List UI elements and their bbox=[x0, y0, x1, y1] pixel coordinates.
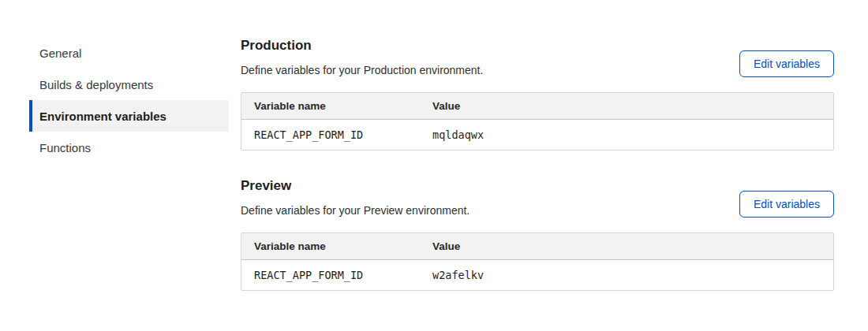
preview-section: Preview Define variables for your Previe… bbox=[241, 178, 834, 292]
settings-sidebar: General Builds & deployments Environment… bbox=[29, 37, 229, 163]
column-header-variable-name: Variable name bbox=[241, 233, 420, 260]
variable-name-cell: REACT_APP_FORM_ID bbox=[241, 120, 420, 150]
variable-value-cell: mqldaqwx bbox=[420, 120, 833, 150]
edit-variables-button-production[interactable]: Edit variables bbox=[739, 50, 834, 77]
column-header-value: Value bbox=[420, 233, 833, 260]
preview-variables-table: Variable name Value REACT_APP_FORM_ID w2… bbox=[241, 232, 834, 291]
sidebar-item-general[interactable]: General bbox=[29, 37, 229, 69]
variable-name-cell: REACT_APP_FORM_ID bbox=[241, 260, 420, 290]
sidebar-item-functions[interactable]: Functions bbox=[29, 132, 229, 163]
variable-value-cell: w2afelkv bbox=[420, 260, 833, 290]
sidebar-item-environment-variables[interactable]: Environment variables bbox=[29, 100, 229, 132]
table-row: REACT_APP_FORM_ID w2afelkv bbox=[241, 260, 833, 290]
production-section-description: Define variables for your Production env… bbox=[241, 64, 483, 76]
sidebar-item-builds-deployments[interactable]: Builds & deployments bbox=[29, 69, 229, 100]
production-section: Production Define variables for your Pro… bbox=[241, 38, 834, 152]
table-header-row: Variable name Value bbox=[241, 233, 833, 260]
table-row: REACT_APP_FORM_ID mqldaqwx bbox=[241, 120, 833, 150]
table-header-row: Variable name Value bbox=[241, 93, 833, 120]
production-variables-table: Variable name Value REACT_APP_FORM_ID mq… bbox=[241, 92, 834, 151]
column-header-value: Value bbox=[420, 93, 833, 120]
edit-variables-button-preview[interactable]: Edit variables bbox=[739, 191, 834, 218]
column-header-variable-name: Variable name bbox=[241, 93, 420, 120]
preview-section-description: Define variables for your Preview enviro… bbox=[241, 204, 470, 217]
